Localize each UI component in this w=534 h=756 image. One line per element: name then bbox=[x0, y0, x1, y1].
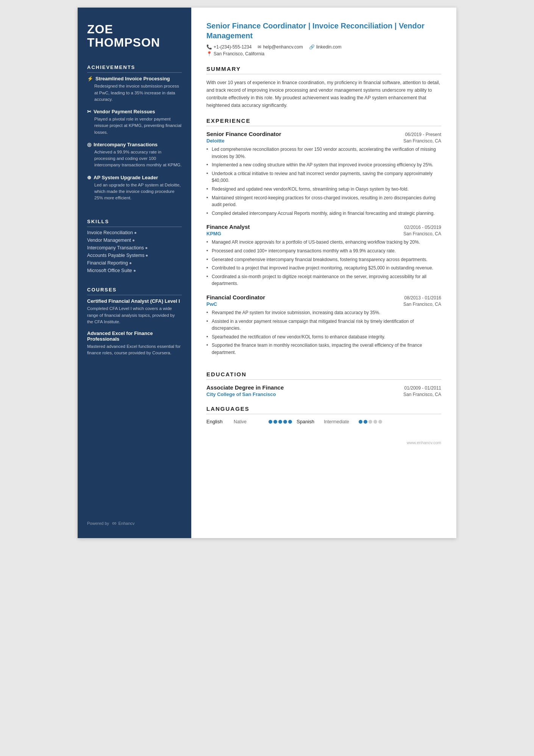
lang-level: Native bbox=[234, 419, 264, 424]
education-block: Associate Degree in Finance 01/2009 - 01… bbox=[206, 384, 441, 397]
achievement-icon: ⚡ bbox=[87, 76, 93, 81]
main-header: Senior Finance Coordinator | Invoice Rec… bbox=[206, 21, 441, 58]
skill-dot bbox=[134, 232, 136, 234]
edu-location: San Francisco, CA bbox=[403, 392, 441, 397]
skill-item: Accounts Payable Systems bbox=[87, 253, 182, 258]
skill-item: Invoice Reconciliation bbox=[87, 230, 182, 235]
achievement-item: ⚡ Streamlined Invoice Processing Redesig… bbox=[87, 76, 182, 103]
course-desc: Completed CFA Level I which covers a wid… bbox=[87, 305, 182, 325]
exp-company: KPMG bbox=[206, 231, 221, 236]
lang-dots bbox=[269, 420, 292, 424]
enhancv-logo: ∞ Enhancv bbox=[112, 520, 134, 527]
sidebar: ZOE THOMPSON ACHIEVEMENTS ⚡ Streamlined … bbox=[78, 8, 191, 538]
experience-list: Senior Finance Coordinator 06/2019 - Pre… bbox=[206, 131, 441, 356]
experience-title: EXPERIENCE bbox=[206, 117, 441, 126]
exp-sub: PwC San Francisco, CA bbox=[206, 301, 441, 307]
lang-dot bbox=[373, 420, 377, 424]
phone-value: +1-(234)-555-1234 bbox=[214, 44, 251, 50]
education-list: Associate Degree in Finance 01/2009 - 01… bbox=[206, 384, 441, 397]
edu-degree: Associate Degree in Finance bbox=[206, 384, 284, 391]
linkedin-icon: 🔗 bbox=[309, 44, 315, 50]
exp-location: San Francisco, CA bbox=[403, 302, 441, 307]
sidebar-footer: Powered by ∞ Enhancv bbox=[87, 512, 182, 527]
experience-block: Senior Finance Coordinator 06/2019 - Pre… bbox=[206, 131, 441, 217]
achievement-title: ✂ Vendor Payment Reissues bbox=[87, 109, 182, 114]
lang-dot bbox=[283, 420, 287, 424]
lang-dot bbox=[273, 420, 277, 424]
candidate-name: ZOE THOMPSON bbox=[87, 23, 182, 49]
skill-name: Microsoft Office Suite bbox=[87, 268, 132, 273]
achievements-section: ACHIEVEMENTS ⚡ Streamlined Invoice Proce… bbox=[87, 64, 182, 207]
education-title: EDUCATION bbox=[206, 371, 441, 380]
skill-name: Intercompany Transactions bbox=[87, 245, 144, 250]
achievement-icon: ◎ bbox=[87, 142, 91, 147]
experience-block: Financial Coordinator 08/2013 - 01/2016 … bbox=[206, 294, 441, 356]
exp-location: San Francisco, CA bbox=[403, 138, 441, 144]
achievement-title: ◎ Intercompany Transactions bbox=[87, 142, 182, 147]
resume-container: ZOE THOMPSON ACHIEVEMENTS ⚡ Streamlined … bbox=[78, 8, 456, 538]
skill-dot bbox=[130, 262, 131, 264]
contact-linkedin: 🔗 linkedin.com bbox=[309, 44, 342, 50]
bullet-item: Implemented a new coding structure withi… bbox=[206, 161, 441, 169]
skill-dot bbox=[134, 270, 136, 272]
lang-dot bbox=[269, 420, 272, 424]
email-value: help@enhancv.com bbox=[263, 44, 303, 50]
lang-dot bbox=[359, 420, 362, 424]
bullet-item: Supported the finance team in monthly re… bbox=[206, 342, 441, 356]
education-section: EDUCATION Associate Degree in Finance 01… bbox=[206, 371, 441, 397]
achievement-title-text: Vendor Payment Reissues bbox=[94, 109, 155, 114]
edu-sub: City College of San Francisco San Franci… bbox=[206, 391, 441, 397]
lang-dot bbox=[364, 420, 367, 424]
skills-section: SKILLS Invoice Reconciliation Vendor Man… bbox=[87, 219, 182, 275]
exp-bullets: Managed AR invoice approvals for a portf… bbox=[206, 239, 441, 287]
languages-title: LANGUAGES bbox=[206, 405, 441, 414]
summary-title: SUMMARY bbox=[206, 66, 441, 74]
course-title: Advanced Excel for Finance Professionals bbox=[87, 330, 182, 342]
experience-block: Finance Analyst 02/2016 - 05/2019 KPMG S… bbox=[206, 224, 441, 287]
skill-item: Intercompany Transactions bbox=[87, 245, 182, 250]
bullet-item: Led comprehensive reconciliation process… bbox=[206, 146, 441, 160]
bullet-item: Spearheaded the rectification of new ven… bbox=[206, 333, 441, 341]
achievements-title: ACHIEVEMENTS bbox=[87, 64, 182, 73]
achievement-desc: Led an upgrade to the AP system at Deloi… bbox=[87, 182, 182, 202]
exp-sub: Deloitte San Francisco, CA bbox=[206, 138, 441, 144]
exp-header: Financial Coordinator 08/2013 - 01/2016 bbox=[206, 294, 441, 301]
location-icon: 📍 bbox=[206, 51, 212, 56]
job-title: Senior Finance Coordinator | Invoice Rec… bbox=[206, 21, 441, 41]
powered-by-label: Powered by bbox=[87, 521, 109, 526]
achievement-icon: ✂ bbox=[87, 109, 91, 114]
achievement-title: ⚡ Streamlined Invoice Processing bbox=[87, 76, 182, 81]
skill-dot bbox=[146, 255, 148, 257]
main-footer: www.enhancv.com bbox=[206, 440, 441, 445]
skill-name: Vendor Management bbox=[87, 238, 131, 243]
course-title: Certified Financial Analyst (CFA) Level … bbox=[87, 298, 182, 304]
languages-row: English Native Spanish Intermediate bbox=[206, 419, 441, 424]
exp-job-title: Financial Coordinator bbox=[206, 294, 265, 301]
achievement-title-text: Streamlined Invoice Processing bbox=[95, 76, 170, 81]
edu-header: Associate Degree in Finance 01/2009 - 01… bbox=[206, 384, 441, 391]
course-desc: Mastered advanced Excel functions essent… bbox=[87, 343, 182, 357]
exp-company: PwC bbox=[206, 301, 217, 307]
achievement-item: ⊕ AP System Upgrade Leader Led an upgrad… bbox=[87, 175, 182, 202]
skill-item: Vendor Management bbox=[87, 238, 182, 243]
skill-item: Microsoft Office Suite bbox=[87, 268, 182, 273]
lang-dots bbox=[359, 420, 382, 424]
bullet-item: Maintained stringent record-keeping prac… bbox=[206, 194, 441, 208]
bullet-item: Coordinated a six-month project to digit… bbox=[206, 273, 441, 287]
bullet-item: Revamped the AP system for invoice submi… bbox=[206, 309, 441, 316]
exp-date: 08/2013 - 01/2016 bbox=[404, 295, 441, 301]
contact-row: 📞 +1-(234)-555-1234 ✉ help@enhancv.com 🔗… bbox=[206, 44, 441, 50]
enhancv-brand: Enhancv bbox=[119, 521, 135, 526]
skill-name: Accounts Payable Systems bbox=[87, 253, 144, 258]
location-value: San Francisco, California bbox=[214, 51, 264, 56]
exp-job-title: Senior Finance Coordinator bbox=[206, 131, 281, 137]
contact-email: ✉ help@enhancv.com bbox=[258, 44, 303, 50]
course-item: Certified Financial Analyst (CFA) Level … bbox=[87, 298, 182, 325]
languages-list: English Native Spanish Intermediate bbox=[206, 419, 441, 424]
experience-section: EXPERIENCE Senior Finance Coordinator 06… bbox=[206, 117, 441, 363]
achievement-title-text: AP System Upgrade Leader bbox=[94, 175, 158, 180]
exp-sub: KPMG San Francisco, CA bbox=[206, 231, 441, 236]
exp-bullets: Led comprehensive reconciliation process… bbox=[206, 146, 441, 217]
exp-header: Finance Analyst 02/2016 - 05/2019 bbox=[206, 224, 441, 230]
bullet-item: Undertook a critical initiative to revie… bbox=[206, 170, 441, 184]
